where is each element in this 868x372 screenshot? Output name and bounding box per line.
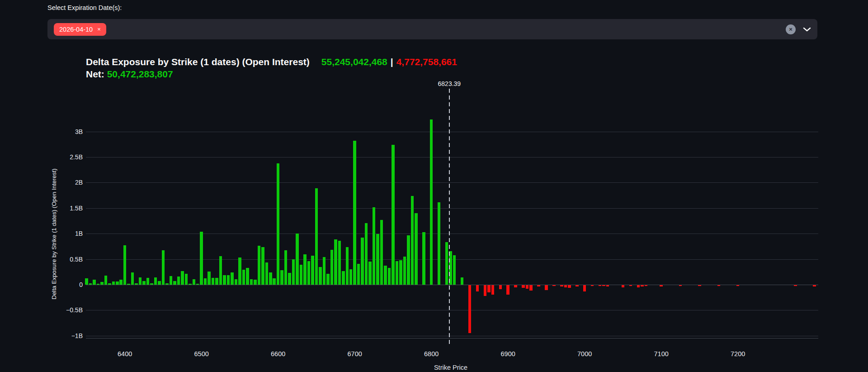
bar-strike-6930[interactable] — [529, 285, 533, 291]
bar-strike-6740[interactable] — [384, 266, 387, 285]
bar-strike-6350[interactable] — [85, 278, 88, 285]
bar-strike-6630[interactable] — [300, 265, 303, 285]
bar-strike-6680[interactable] — [338, 241, 341, 285]
bar-strike-6970[interactable] — [560, 285, 563, 286]
bar-strike-6755[interactable] — [396, 261, 399, 285]
bar-strike-6850[interactable] — [468, 285, 472, 333]
bar-strike-6375[interactable] — [104, 276, 108, 285]
clear-all-icon[interactable]: × — [786, 24, 796, 34]
bar-strike-6715[interactable] — [365, 223, 368, 285]
selected-date-tag[interactable]: 2026-04-10 × — [54, 23, 106, 36]
bar-strike-6760[interactable] — [399, 260, 402, 285]
bar-strike-6800[interactable] — [430, 119, 433, 285]
bar-strike-6635[interactable] — [303, 254, 307, 285]
bar-strike-7020[interactable] — [599, 285, 602, 286]
bar-strike-6570[interactable] — [254, 280, 257, 285]
bar-strike-6535[interactable] — [227, 275, 230, 285]
bar-strike-6695[interactable] — [349, 269, 353, 285]
bar-strike-6980[interactable] — [568, 285, 571, 288]
bar-strike-6425[interactable] — [142, 281, 146, 285]
bar-strike-6700[interactable] — [353, 141, 356, 285]
bar-strike-6685[interactable] — [342, 271, 345, 285]
bar-strike-6870[interactable] — [484, 285, 487, 296]
bar-strike-6365[interactable] — [97, 284, 100, 285]
bar-strike-6360[interactable] — [93, 280, 96, 285]
bar-strike-6525[interactable] — [219, 256, 222, 285]
bar-strike-6650[interactable] — [315, 188, 318, 285]
bar-strike-6490[interactable] — [193, 279, 196, 285]
bar-strike-6565[interactable] — [250, 279, 253, 285]
bar-strike-6880[interactable] — [491, 285, 495, 295]
bar-strike-6395[interactable] — [119, 280, 123, 285]
bar-strike-6640[interactable] — [307, 261, 311, 285]
bar-strike-6925[interactable] — [526, 285, 529, 289]
bar-strike-6950[interactable] — [545, 285, 548, 290]
bar-strike-6470[interactable] — [177, 277, 180, 285]
bar-strike-6765[interactable] — [403, 257, 406, 285]
bar-strike-6355[interactable] — [89, 283, 92, 285]
bar-strike-6900[interactable] — [506, 285, 509, 295]
bar-strike-6655[interactable] — [319, 267, 322, 285]
bar-strike-6385[interactable] — [112, 281, 115, 285]
bar-strike-6975[interactable] — [564, 285, 567, 287]
bar-strike-6705[interactable] — [357, 264, 360, 285]
bar-strike-6400[interactable] — [123, 245, 127, 285]
bar-strike-7275[interactable] — [794, 285, 797, 286]
bar-strike-6875[interactable] — [487, 285, 491, 292]
bar-strike-6810[interactable] — [438, 202, 441, 285]
bar-strike-7010[interactable] — [591, 285, 594, 286]
bar-strike-6505[interactable] — [204, 278, 207, 285]
bar-strike-7075[interactable] — [641, 285, 644, 286]
bar-strike-6775[interactable] — [411, 196, 414, 285]
bar-strike-6420[interactable] — [139, 277, 142, 285]
bar-strike-6660[interactable] — [323, 257, 326, 285]
bar-strike-6475[interactable] — [181, 271, 184, 285]
bar-strike-6830[interactable] — [453, 255, 456, 285]
bar-strike-6390[interactable] — [116, 281, 119, 285]
bar-strike-6495[interactable] — [196, 284, 199, 285]
bar-strike-7150[interactable] — [698, 285, 701, 286]
bar-strike-6380[interactable] — [108, 283, 111, 285]
bar-strike-6820[interactable] — [445, 242, 448, 285]
bar-strike-6670[interactable] — [330, 250, 334, 285]
bar-strike-7175[interactable] — [717, 285, 721, 286]
bar-strike-6725[interactable] — [373, 207, 376, 285]
bar-strike-6610[interactable] — [284, 250, 288, 285]
bar-strike-6575[interactable] — [258, 246, 261, 285]
bar-strike-6500[interactable] — [200, 232, 203, 285]
bar-strike-6645[interactable] — [311, 256, 314, 285]
bar-strike-6770[interactable] — [407, 235, 410, 285]
bar-strike-6415[interactable] — [135, 283, 138, 285]
bar-strike-7025[interactable] — [602, 285, 605, 286]
bar-strike-7080[interactable] — [645, 285, 648, 286]
bar-strike-7030[interactable] — [606, 285, 609, 286]
bar-strike-6530[interactable] — [223, 275, 226, 285]
bar-strike-6480[interactable] — [185, 274, 188, 285]
bar-strike-6555[interactable] — [242, 270, 245, 285]
bar-strike-6920[interactable] — [522, 285, 525, 288]
bar-strike-6435[interactable] — [150, 283, 153, 285]
bar-strike-6585[interactable] — [265, 262, 269, 285]
bar-strike-6710[interactable] — [361, 238, 364, 285]
bar-strike-6605[interactable] — [280, 270, 283, 285]
bar-strike-6780[interactable] — [415, 213, 418, 285]
bar-strike-6675[interactable] — [334, 239, 337, 285]
bar-strike-7100[interactable] — [660, 285, 663, 286]
bar-strike-6665[interactable] — [326, 274, 330, 285]
bar-strike-6445[interactable] — [158, 281, 161, 285]
bar-strike-6625[interactable] — [296, 234, 299, 285]
bar-strike-6750[interactable] — [392, 145, 395, 285]
chevron-down-icon[interactable] — [803, 27, 811, 32]
remove-date-icon[interactable]: × — [97, 26, 101, 32]
bar-strike-6790[interactable] — [422, 232, 425, 285]
bar-strike-6580[interactable] — [261, 247, 264, 285]
bar-strike-6515[interactable] — [212, 278, 215, 285]
bar-strike-6745[interactable] — [388, 268, 391, 285]
bar-strike-6455[interactable] — [165, 283, 169, 285]
bar-strike-6940[interactable] — [537, 285, 540, 286]
bar-strike-6600[interactable] — [277, 163, 280, 285]
bar-strike-6520[interactable] — [215, 278, 218, 285]
bar-strike-6960[interactable] — [552, 285, 556, 286]
bar-strike-6910[interactable] — [514, 285, 517, 287]
bar-strike-7200[interactable] — [736, 285, 740, 286]
